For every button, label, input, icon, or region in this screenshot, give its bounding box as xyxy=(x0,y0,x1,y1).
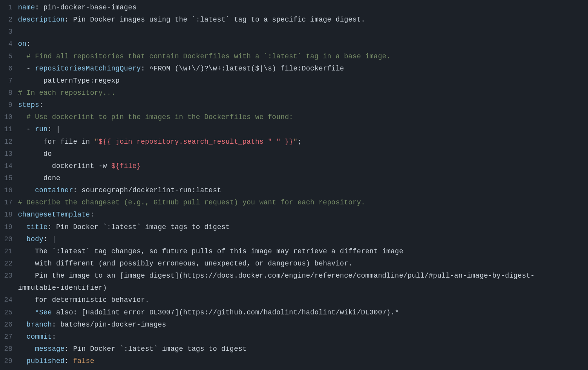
code-line[interactable]: 2description: Pin Docker images using th… xyxy=(0,14,588,26)
line-number: 14 xyxy=(0,160,18,172)
line-number: 6 xyxy=(0,63,18,75)
code-line[interactable]: 24 for deterministic behavior. xyxy=(0,294,588,306)
line-content[interactable]: - repositoriesMatchingQuery: ^FROM (\w+\… xyxy=(18,63,588,75)
code-line[interactable]: 15 done xyxy=(0,172,588,184)
token xyxy=(18,223,27,231)
code-line[interactable]: 6 - repositoriesMatchingQuery: ^FROM (\w… xyxy=(0,63,588,75)
code-line[interactable]: 7 patternType:regexp xyxy=(0,75,588,87)
token: : xyxy=(48,223,56,231)
line-content[interactable]: on: xyxy=(18,38,588,50)
code-line[interactable]: 8# In each repository... xyxy=(0,87,588,99)
code-line[interactable]: 19 title: Pin Docker `:latest` image tag… xyxy=(0,221,588,233)
line-content[interactable]: *See also: [Hadolint error DL3007](https… xyxy=(18,307,588,319)
token: for file in xyxy=(18,138,94,146)
line-number: 22 xyxy=(0,258,18,270)
code-line[interactable]: 4on: xyxy=(0,38,588,50)
code-editor[interactable]: 1name: pin-docker-base-images2descriptio… xyxy=(0,0,588,370)
code-line[interactable]: 18changesetTemplate: xyxy=(0,209,588,221)
line-number: 2 xyxy=(0,14,18,26)
line-number: 25 xyxy=(0,307,18,319)
code-line[interactable]: 23 Pin the image to an [image digest](ht… xyxy=(0,270,588,294)
code-line[interactable]: 26 branch: batches/pin-docker-images xyxy=(0,319,588,331)
token: batches/pin-docker-images xyxy=(60,321,166,328)
token: done xyxy=(18,174,60,182)
token: ${{ join repository.search_result_paths … xyxy=(98,138,293,146)
line-content[interactable]: for deterministic behavior. xyxy=(18,294,588,306)
token: on xyxy=(18,40,27,48)
code-line[interactable]: 9steps: xyxy=(0,99,588,111)
line-number: 11 xyxy=(0,123,18,135)
token: pin-docker-base-images xyxy=(44,4,137,11)
line-number: 1 xyxy=(0,2,18,14)
line-content[interactable]: body: | xyxy=(18,233,588,245)
line-number: 16 xyxy=(0,184,18,197)
line-content[interactable]: dockerlint -w ${file} xyxy=(18,160,588,172)
line-content[interactable]: published: false xyxy=(18,355,588,367)
code-line[interactable]: 21 The `:latest` tag changes, so future … xyxy=(0,245,588,258)
code-line[interactable]: 12 for file in "${{ join repository.sear… xyxy=(0,136,588,148)
token: repositoriesMatchingQuery xyxy=(35,65,141,72)
line-number: 29 xyxy=(0,355,18,367)
code-line[interactable]: 28 message: Pin Docker `:latest` image t… xyxy=(0,343,588,355)
line-content[interactable]: The `:latest` tag changes, so future pul… xyxy=(18,245,588,258)
line-content[interactable]: commit: xyxy=(18,331,588,343)
line-content[interactable]: branch: batches/pin-docker-images xyxy=(18,319,588,331)
code-line[interactable]: 20 body: | xyxy=(0,233,588,245)
token: : xyxy=(141,65,149,72)
token: : xyxy=(39,101,44,109)
line-content[interactable]: # In each repository... xyxy=(18,87,588,99)
token xyxy=(18,345,35,353)
code-line[interactable]: 29 published: false xyxy=(0,355,588,367)
token: branch xyxy=(27,321,52,328)
token xyxy=(18,186,35,194)
code-line[interactable]: 14 dockerlint -w ${file} xyxy=(0,160,588,172)
code-line[interactable]: 5 # Find all repositories that contain D… xyxy=(0,51,588,63)
line-content[interactable]: with different (and possibly erroneous, … xyxy=(18,258,588,270)
line-number: 23 xyxy=(0,270,18,282)
line-number: 13 xyxy=(0,148,18,160)
token: - xyxy=(27,65,35,72)
line-content[interactable]: changesetTemplate: xyxy=(18,209,588,221)
code-line[interactable]: 25 *See also: [Hadolint error DL3007](ht… xyxy=(0,307,588,319)
code-line[interactable]: 27 commit: xyxy=(0,331,588,343)
line-content[interactable]: container: sourcegraph/dockerlint-run:la… xyxy=(18,184,588,197)
line-number: 3 xyxy=(0,26,18,38)
token: sourcegraph/dockerlint-run:latest xyxy=(82,186,221,194)
token: # In each repository... xyxy=(18,89,115,97)
token xyxy=(18,235,27,243)
token: | xyxy=(56,125,60,133)
line-content[interactable]: # Find all repositories that contain Doc… xyxy=(18,51,588,63)
line-number: 21 xyxy=(0,245,18,258)
token: : xyxy=(65,16,73,23)
line-content[interactable]: - run: | xyxy=(18,123,588,135)
code-line[interactable]: 17# Describe the changeset (e.g., GitHub… xyxy=(0,197,588,209)
code-line[interactable]: 10 # Use dockerlint to pin the images in… xyxy=(0,111,588,123)
token: ; xyxy=(298,138,302,146)
line-content[interactable]: message: Pin Docker `:latest` image tags… xyxy=(18,343,588,355)
line-content[interactable]: name: pin-docker-base-images xyxy=(18,2,588,14)
line-content[interactable]: description: Pin Docker images using the… xyxy=(18,14,588,26)
code-line[interactable]: 1name: pin-docker-base-images xyxy=(0,2,588,14)
line-content[interactable]: # Use dockerlint to pin the images in th… xyxy=(18,111,588,123)
token: description xyxy=(18,16,65,23)
token: The `:latest` tag changes, so future pul… xyxy=(18,247,403,255)
line-content[interactable]: done xyxy=(18,172,588,184)
line-content[interactable]: title: Pin Docker `:latest` image tags t… xyxy=(18,221,588,233)
line-content[interactable]: # Describe the changeset (e.g., GitHub p… xyxy=(18,197,588,209)
line-content[interactable]: Pin the image to an [image digest](https… xyxy=(18,270,535,294)
line-content[interactable]: steps: xyxy=(18,99,588,111)
line-content[interactable]: for file in "${{ join repository.search_… xyxy=(18,136,588,148)
token: ${file} xyxy=(111,162,141,170)
line-content[interactable]: do xyxy=(18,148,588,160)
token: Pin Docker `:latest` image tags to diges… xyxy=(56,223,230,231)
token: # Describe the changeset (e.g., GitHub p… xyxy=(18,199,365,206)
token: : xyxy=(44,235,52,243)
code-line[interactable]: 22 with different (and possibly erroneou… xyxy=(0,258,588,270)
code-line[interactable]: 3 xyxy=(0,26,588,38)
line-content[interactable]: patternType:regexp xyxy=(18,75,588,87)
code-line[interactable]: 16 container: sourcegraph/dockerlint-run… xyxy=(0,184,588,197)
token: : xyxy=(73,186,82,194)
code-line[interactable]: 13 do xyxy=(0,148,588,160)
token: - xyxy=(27,125,35,133)
code-line[interactable]: 11 - run: | xyxy=(0,123,588,135)
